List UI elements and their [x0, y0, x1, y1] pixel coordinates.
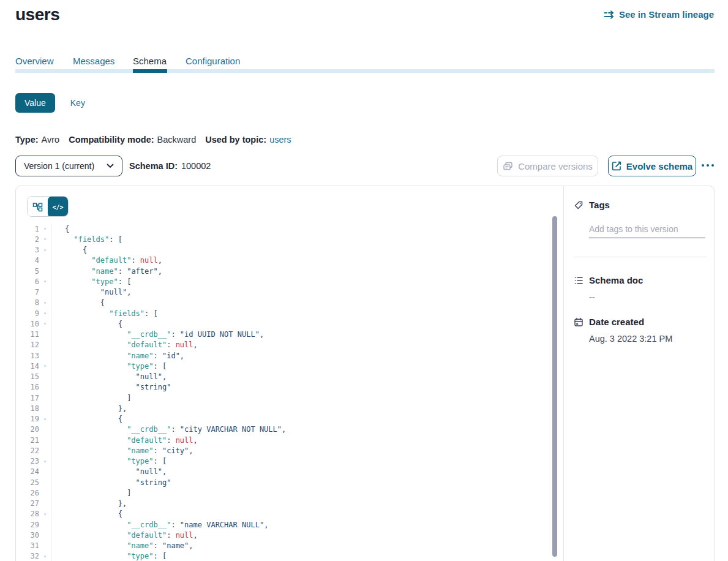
- code-text: "string": [51, 478, 171, 487]
- line-number: 13: [16, 352, 39, 360]
- fold-toggle-icon[interactable]: ▾: [39, 236, 51, 242]
- meta-item: Compatibility mode:Backward: [69, 135, 196, 145]
- code-line: 12"default": null,: [16, 340, 563, 350]
- fold-toggle-icon[interactable]: ▾: [39, 554, 51, 559]
- list-icon: [574, 276, 584, 285]
- code-line: 16"string": [16, 382, 563, 393]
- line-number: 24: [16, 467, 39, 476]
- meta-label: Compatibility mode:: [69, 135, 154, 145]
- tree-view-icon: [32, 202, 43, 213]
- fold-toggle-icon[interactable]: ▾: [39, 511, 51, 517]
- value-toggle-button[interactable]: Value: [15, 93, 55, 113]
- line-number: 31: [16, 541, 39, 550]
- code-text: "null",: [51, 467, 167, 476]
- code-line: 32▾"type": [: [16, 551, 563, 561]
- meta-item: Type:Avro: [15, 135, 59, 145]
- fold-toggle-icon[interactable]: ▾: [39, 363, 51, 369]
- meta-value: Avro: [42, 135, 60, 145]
- code-text: "default": null,: [51, 531, 198, 540]
- code-text: "default": null,: [51, 341, 198, 349]
- fold-toggle-icon[interactable]: ▾: [39, 416, 51, 422]
- line-number: 10: [16, 320, 39, 328]
- line-number: 8: [16, 298, 39, 307]
- code-line: 9▾"fields": [: [16, 308, 563, 318]
- code-line: 18},: [16, 403, 563, 413]
- code-text: {: [51, 320, 122, 328]
- code-line: 30"default": null,: [16, 530, 563, 540]
- code-text: "null",: [51, 288, 131, 296]
- meta-value-link[interactable]: users: [269, 135, 291, 145]
- fold-toggle-icon[interactable]: ▾: [39, 311, 51, 316]
- sidebar-divider: [574, 257, 707, 257]
- more-options-icon: [711, 164, 714, 167]
- tab-schema[interactable]: Schema: [133, 56, 167, 66]
- code-line: 26]: [16, 488, 563, 498]
- fold-toggle-icon[interactable]: ▾: [39, 226, 51, 232]
- code-line: 29"__crdb__": "name VARCHAR NULL",: [16, 519, 563, 530]
- fold-toggle-icon[interactable]: ▾: [39, 459, 51, 464]
- line-number: 29: [16, 521, 39, 529]
- code-text: "fields": [: [51, 309, 158, 318]
- fold-toggle-icon[interactable]: ▾: [39, 247, 51, 253]
- code-text: "default": null,: [51, 436, 198, 445]
- line-number: 11: [16, 330, 39, 339]
- stream-lineage-link[interactable]: See in Stream lineage: [604, 9, 714, 20]
- code-line: 5"name": "after",: [16, 266, 563, 276]
- code-line: 4"default": null,: [16, 255, 563, 266]
- line-number: 2: [16, 235, 39, 244]
- code-text: "name": "after",: [51, 267, 162, 276]
- code-text: },: [51, 499, 127, 508]
- date-created-section: Date created Aug. 3 2022 3:21 PM: [574, 317, 706, 344]
- editor-scrollbar[interactable]: [552, 216, 557, 557]
- schema-doc-title: Schema doc: [589, 275, 643, 285]
- fold-toggle-icon[interactable]: ▾: [39, 279, 51, 284]
- tree-view-button[interactable]: [28, 197, 48, 217]
- stream-lineage-label: See in Stream lineage: [619, 9, 714, 20]
- code-line: 2▾"fields": [: [16, 234, 563, 244]
- key-toggle-button[interactable]: Key: [70, 98, 85, 108]
- evolve-schema-label: Evolve schema: [626, 161, 692, 171]
- chevron-down-icon: [107, 164, 114, 168]
- tab-overview[interactable]: Overview: [15, 56, 54, 66]
- more-options-button[interactable]: [702, 164, 714, 167]
- line-number: 20: [16, 425, 39, 434]
- add-tags-input[interactable]: [589, 223, 705, 238]
- code-text: "name": "name",: [51, 541, 193, 550]
- version-select[interactable]: Version 1 (current): [15, 156, 122, 176]
- tab-configuration[interactable]: Configuration: [186, 56, 240, 66]
- line-number: 22: [16, 446, 39, 455]
- code-line: 28▾{: [16, 509, 563, 519]
- code-text: {: [51, 225, 69, 233]
- line-number: 30: [16, 531, 39, 540]
- code-lines: 1▾{2▾"fields": [3▾{4"default": null,5"na…: [16, 224, 563, 561]
- fold-toggle-icon[interactable]: ▾: [39, 300, 51, 306]
- meta-label: Type:: [15, 135, 39, 145]
- compare-versions-icon: [503, 161, 513, 171]
- code-line: 23▾"type": [: [16, 456, 563, 467]
- fold-toggle-icon[interactable]: ▾: [39, 321, 51, 326]
- compare-versions-button[interactable]: Compare versions: [497, 156, 598, 176]
- line-number: 28: [16, 510, 39, 518]
- tab-track: [15, 69, 715, 73]
- meta-item: Used by topic:users: [205, 135, 291, 145]
- code-text: ]: [51, 394, 131, 402]
- tab-messages[interactable]: Messages: [73, 56, 114, 66]
- schema-editor[interactable]: 1▾{2▾"fields": [3▾{4"default": null,5"na…: [16, 224, 563, 561]
- code-text: "default": null,: [51, 256, 162, 265]
- line-number: 26: [16, 489, 39, 497]
- code-text: "__crdb__": "id UUID NOT NULL",: [51, 330, 264, 339]
- code-line: 17]: [16, 393, 563, 403]
- line-number: 25: [16, 478, 39, 487]
- line-number: 7: [16, 288, 39, 296]
- code-text: {: [51, 246, 87, 254]
- code-text: "type": [: [51, 362, 167, 371]
- code-line: 21"default": null,: [16, 435, 563, 445]
- code-text: "type": [: [51, 277, 131, 286]
- code-line: 31"name": "name",: [16, 541, 563, 551]
- compare-versions-label: Compare versions: [518, 161, 593, 171]
- line-number: 14: [16, 362, 39, 371]
- tags-title: Tags: [589, 200, 610, 210]
- code-line: 25"string": [16, 477, 563, 488]
- evolve-schema-button[interactable]: Evolve schema: [608, 156, 696, 176]
- code-view-button[interactable]: </>: [48, 197, 68, 217]
